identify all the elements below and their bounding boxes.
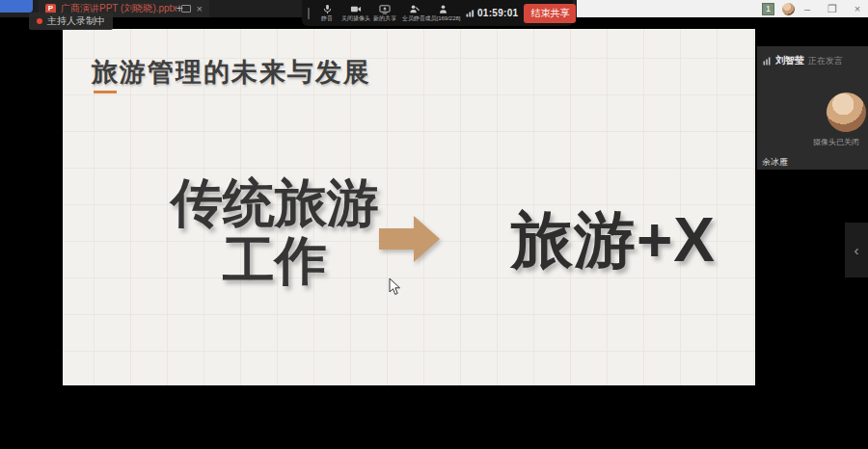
- meeting-toolbar: 静音 关闭摄像头 新的共享 全员静音: [302, 0, 573, 26]
- mic-icon: [322, 4, 333, 14]
- new-share-button[interactable]: 新的共享: [373, 4, 396, 22]
- audio-level-icon: [763, 57, 772, 66]
- right-arrow-shape: [379, 214, 441, 264]
- members-button[interactable]: 成员[169/228]: [431, 4, 454, 22]
- meeting-app-window: P 广商演讲PPT (刘晓晓).pptx × + 1 – ❐ × 静音: [0, 0, 868, 449]
- close-button[interactable]: ×: [845, 0, 868, 17]
- mute-all-label: 全员静音: [402, 15, 425, 22]
- window-title-bar: 1 – ❐ ×: [577, 0, 868, 17]
- camera-label: 关闭摄像头: [341, 15, 370, 22]
- recording-status-badge: 主持人录制中: [29, 13, 113, 30]
- background-window-fragment[interactable]: [0, 0, 33, 13]
- window-controls: – ❐ ×: [795, 0, 868, 17]
- mute-all-button[interactable]: 全员静音: [402, 4, 425, 22]
- camera-icon: [350, 4, 362, 14]
- meeting-timer: 01:59:01: [477, 8, 518, 18]
- restore-button[interactable]: ❐: [820, 0, 845, 17]
- slide-title: 旅游管理的未来与发展: [92, 55, 371, 90]
- mute-button[interactable]: 静音: [315, 4, 339, 22]
- speaking-indicator: 刘智莹 正在发言: [763, 54, 843, 67]
- title-underline: [94, 91, 117, 93]
- recording-dot-icon: [37, 18, 42, 24]
- mute-label: 静音: [321, 15, 333, 22]
- network-signal-icon: [466, 9, 475, 17]
- shared-slide: 旅游管理的未来与发展 传统旅游 工作 旅游+X: [63, 29, 755, 385]
- end-share-button[interactable]: 结束共享: [524, 4, 576, 23]
- speaker-status: 正在发言: [808, 55, 843, 67]
- participant-video-tile[interactable]: 刘智莹 正在发言 摄像头已关闭 余冰雁: [757, 46, 868, 170]
- title-bar-status-group: 1: [762, 3, 795, 15]
- new-share-label: 新的共享: [373, 15, 396, 22]
- toolbar-drag-handle[interactable]: [308, 8, 310, 19]
- tab-close-icon[interactable]: ×: [196, 4, 202, 14]
- new-tab-button[interactable]: +: [172, 1, 187, 16]
- participant-avatar: [827, 92, 866, 132]
- panel-collapse-button[interactable]: ‹: [845, 223, 868, 277]
- mouse-cursor: [389, 277, 401, 300]
- speaker-name: 刘智莹: [775, 54, 804, 67]
- recording-status-label: 主持人录制中: [47, 14, 105, 28]
- members-icon: [438, 4, 448, 14]
- members-label: 成员[169/228]: [424, 15, 460, 22]
- user-avatar[interactable]: [782, 3, 795, 15]
- slide-right-text: 旅游+X: [483, 198, 744, 282]
- participant-name: 余冰雁: [762, 156, 788, 169]
- chevron-left-icon: ‹: [854, 243, 859, 257]
- camera-toggle-button[interactable]: 关闭摄像头: [344, 4, 367, 22]
- meeting-timer-group: 01:59:01: [466, 8, 518, 18]
- notice-count-badge[interactable]: 1: [762, 3, 774, 15]
- share-screen-icon: [379, 4, 391, 14]
- camera-off-label: 摄像头已关闭: [813, 137, 859, 147]
- minimize-button[interactable]: –: [795, 0, 820, 17]
- mute-all-icon: [409, 4, 420, 14]
